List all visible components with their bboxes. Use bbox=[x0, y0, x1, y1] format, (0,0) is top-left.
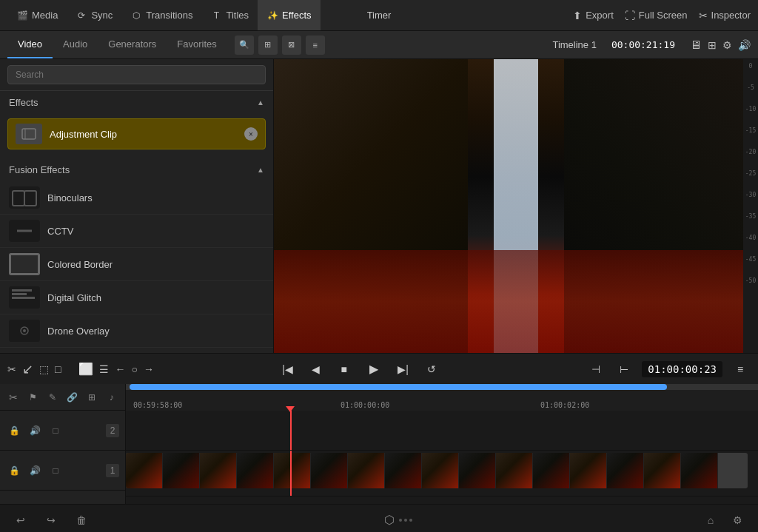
track-1-lock[interactable]: 🔒 bbox=[6, 462, 22, 479]
bottom-center: ⬡ bbox=[91, 511, 701, 530]
view-meta-btn[interactable]: ≡ bbox=[306, 36, 325, 55]
filmstrip bbox=[126, 453, 748, 488]
tab-video[interactable]: Video bbox=[7, 31, 53, 58]
timeline-tracks-left: ✂ ⚑ ✎ 🔗 ⊞ ♪ 🔒 🔊 □ 2 🔒 🔊 □ 1 bbox=[0, 384, 126, 504]
cut-tool[interactable]: ✂ bbox=[7, 360, 16, 379]
timeline-timecode: 00:00:21:19 bbox=[611, 39, 675, 50]
timecode-center: 01:00:00:00 bbox=[341, 401, 389, 409]
fusion-effects-header: Fusion Effects ▲ bbox=[0, 158, 273, 181]
track-2-audio[interactable]: 🔊 bbox=[27, 422, 43, 439]
tab-generators[interactable]: Generators bbox=[98, 31, 167, 58]
settings-btn[interactable]: ⚙ bbox=[728, 511, 747, 530]
view-list-btn[interactable]: ⊞ bbox=[258, 36, 278, 55]
fullscreen-btn[interactable]: ⛶ Full Screen bbox=[625, 10, 688, 21]
grid-icon[interactable]: ⊞ bbox=[708, 39, 717, 51]
svg-rect-0 bbox=[22, 129, 36, 139]
inspector-label: Inspector bbox=[711, 10, 751, 21]
tab-audio[interactable]: Audio bbox=[53, 31, 98, 58]
binoculars-thumb bbox=[9, 186, 40, 209]
nav-titles[interactable]: T Titles bbox=[201, 0, 258, 30]
preview-area: 0 -5 -10 -15 -20 -25 -30 -35 -40 -45 -50 bbox=[274, 59, 758, 353]
trim-tool[interactable]: ⬚ bbox=[39, 360, 49, 379]
track-tools: ✂ ⚑ ✎ 🔗 ⊞ ♪ bbox=[0, 384, 125, 411]
nav-prev[interactable]: ← bbox=[115, 360, 125, 379]
tab-favorites[interactable]: Favorites bbox=[167, 31, 227, 58]
transport-center: |◀ ◀ ■ ▶ ▶| ↺ bbox=[133, 357, 586, 381]
stop-btn[interactable]: ■ bbox=[334, 359, 355, 380]
flag-tool[interactable]: ⚑ bbox=[26, 389, 41, 405]
fusion-effects-list: Binoculars CCTV Colored Border bbox=[0, 181, 273, 353]
track-2-header: 🔒 🔊 □ 2 bbox=[0, 411, 125, 451]
track-1-video[interactable]: □ bbox=[47, 462, 64, 479]
track-1-header: 🔒 🔊 □ 1 bbox=[0, 451, 125, 491]
edit-tool[interactable]: ✎ bbox=[45, 389, 61, 405]
track-2-content[interactable] bbox=[126, 411, 758, 451]
timeline-scrollbar[interactable] bbox=[126, 384, 758, 390]
select-tool[interactable]: □ bbox=[55, 360, 61, 379]
nav-media-label: Media bbox=[32, 10, 58, 21]
settings-icon[interactable]: ⚙ bbox=[722, 39, 732, 51]
transitions-icon: ⬡ bbox=[130, 10, 142, 21]
menu-btn[interactable]: ≡ bbox=[730, 359, 751, 380]
list-item[interactable]: Digital Glitch bbox=[0, 281, 273, 314]
nav-sync[interactable]: ⟳ Sync bbox=[67, 0, 121, 30]
list-item[interactable]: Drone Overlay bbox=[0, 314, 273, 348]
go-to-start-btn[interactable]: |◀ bbox=[278, 359, 298, 380]
search-input[interactable] bbox=[7, 65, 266, 84]
volume-icon[interactable]: 🔊 bbox=[738, 39, 751, 51]
nav-effects[interactable]: ✨ Effects bbox=[258, 0, 321, 30]
view-grid-btn[interactable]: ⊠ bbox=[282, 36, 301, 55]
track-1-audio[interactable]: 🔊 bbox=[27, 462, 43, 479]
zoom-tool[interactable]: ☰ bbox=[99, 360, 109, 379]
scissor-tool[interactable]: ✂ bbox=[6, 389, 21, 405]
transport-right: ⊣ ⊢ 01:00:00:23 ≡ bbox=[586, 359, 751, 380]
list-item[interactable]: Binoculars bbox=[0, 181, 273, 215]
delete-btn[interactable]: 🗑 bbox=[72, 511, 91, 530]
play-btn[interactable]: ▶ bbox=[362, 357, 386, 381]
snapping-tool[interactable]: ⊞ bbox=[84, 389, 100, 405]
track-2-lock[interactable]: 🔒 bbox=[6, 422, 22, 439]
digital-glitch-thumb bbox=[9, 286, 40, 309]
adjustment-clip-close[interactable]: × bbox=[244, 127, 258, 141]
red-water bbox=[274, 250, 758, 353]
fusion-chevron[interactable]: ▲ bbox=[257, 166, 264, 174]
list-item[interactable]: CCTV bbox=[0, 215, 273, 248]
razor-tool[interactable]: ⬜ bbox=[78, 360, 93, 379]
timecode-display: 01:00:00:23 bbox=[642, 361, 722, 377]
track-1-content[interactable] bbox=[126, 451, 758, 496]
next-frame-btn[interactable]: ▶| bbox=[393, 359, 414, 380]
next-clip-btn[interactable]: ⊢ bbox=[614, 359, 634, 380]
prev-frame-btn[interactable]: ◀ bbox=[306, 359, 326, 380]
cctv-thumb bbox=[9, 220, 40, 242]
nav-transitions[interactable]: ⬡ Transitions bbox=[121, 0, 201, 30]
media-pool-btn[interactable]: ⬡ bbox=[380, 511, 399, 530]
monitor-icon[interactable]: 🖥 bbox=[690, 38, 702, 52]
timeline-scroll-thumb[interactable] bbox=[130, 384, 667, 390]
inspector-icon: ✂ bbox=[699, 10, 708, 21]
list-item[interactable]: DSLR bbox=[0, 348, 273, 353]
note-tool[interactable]: ♪ bbox=[104, 389, 120, 405]
track-1-number: 1 bbox=[106, 464, 119, 477]
timecode-right: 01:00:02:00 bbox=[540, 401, 589, 409]
track-2-video[interactable]: □ bbox=[47, 422, 64, 439]
effects-chevron[interactable]: ▲ bbox=[257, 98, 264, 107]
binoculars-label: Binoculars bbox=[47, 192, 93, 203]
adjustment-clip-item[interactable]: Adjustment Clip × bbox=[7, 118, 266, 149]
export-btn[interactable]: ⬆ Export bbox=[573, 10, 614, 21]
nav-media[interactable]: 🎬 Media bbox=[7, 0, 67, 30]
cctv-label: CCTV bbox=[47, 226, 73, 237]
timer-label: Timer bbox=[367, 10, 392, 21]
loop-btn[interactable]: ↺ bbox=[421, 359, 442, 380]
undo-btn[interactable]: ↩ bbox=[11, 511, 30, 530]
link-tool[interactable]: 🔗 bbox=[65, 389, 81, 405]
home-btn[interactable]: ⌂ bbox=[701, 511, 720, 530]
clip-block[interactable] bbox=[126, 453, 748, 488]
inspector-btn[interactable]: ✂ Inspector bbox=[699, 10, 751, 21]
export-icon: ⬆ bbox=[573, 10, 582, 21]
redo-btn[interactable]: ↪ bbox=[41, 511, 61, 530]
left-panel: Effects ▲ Adjustment Clip × Fusion Effec… bbox=[0, 59, 274, 353]
clip-tool[interactable]: ↙ bbox=[22, 360, 33, 379]
search-btn[interactable]: 🔍 bbox=[235, 36, 254, 55]
prev-clip-btn[interactable]: ⊣ bbox=[586, 359, 606, 380]
list-item[interactable]: Colored Border bbox=[0, 248, 273, 281]
